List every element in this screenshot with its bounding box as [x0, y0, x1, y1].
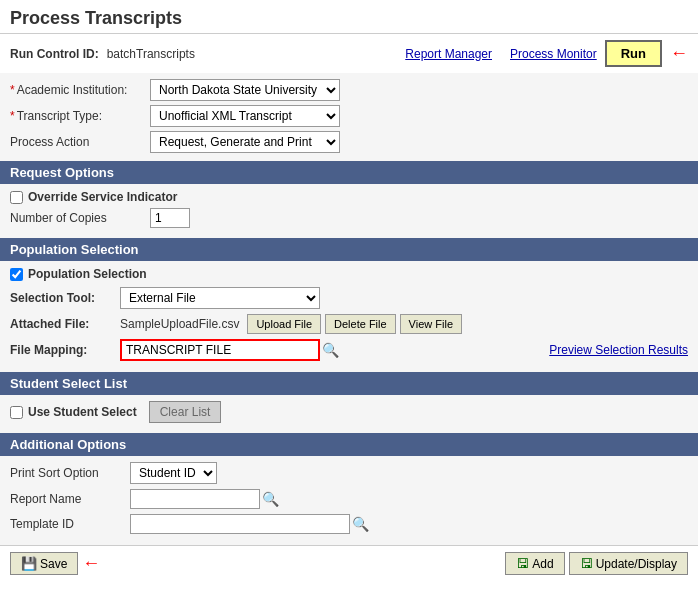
copies-input[interactable]	[150, 208, 190, 228]
attached-file-label: Attached File:	[10, 317, 120, 331]
attached-file-value: SampleUploadFile.csv	[120, 317, 239, 331]
preview-selection-link[interactable]: Preview Selection Results	[549, 343, 688, 357]
report-name-label: Report Name	[10, 492, 130, 506]
template-id-label: Template ID	[10, 517, 130, 531]
save-button[interactable]: 💾 Save	[10, 552, 78, 575]
selection-tool-label: Selection Tool:	[10, 291, 120, 305]
additional-options-header: Additional Options	[0, 433, 698, 456]
process-monitor-link[interactable]: Process Monitor	[510, 47, 597, 61]
process-action-label: Process Action	[10, 135, 150, 149]
save-label: Save	[40, 557, 67, 571]
add-label: Add	[532, 557, 553, 571]
run-arrow-icon: ←	[670, 43, 688, 64]
student-select-header: Student Select List	[0, 372, 698, 395]
run-button[interactable]: Run	[605, 40, 662, 67]
copies-label: Number of Copies	[10, 211, 150, 225]
template-id-input[interactable]	[130, 514, 350, 534]
run-control-label: Run Control ID:	[10, 47, 99, 61]
page-title: Process Transcripts	[10, 8, 688, 29]
override-service-label: Override Service Indicator	[28, 190, 177, 204]
report-manager-link[interactable]: Report Manager	[405, 47, 492, 61]
update-icon: 🖫	[580, 556, 593, 571]
run-control-value: batchTranscripts	[107, 47, 195, 61]
save-arrow-icon: ←	[82, 553, 100, 574]
update-label: Update/Display	[596, 557, 677, 571]
delete-file-button[interactable]: Delete File	[325, 314, 396, 334]
view-file-button[interactable]: View File	[400, 314, 462, 334]
print-sort-select[interactable]: Student ID	[130, 462, 217, 484]
academic-institution-select[interactable]: North Dakota State University	[150, 79, 340, 101]
template-id-search-icon[interactable]: 🔍	[350, 516, 371, 532]
process-action-select[interactable]: Request, Generate and Print	[150, 131, 340, 153]
update-display-button[interactable]: 🖫 Update/Display	[569, 552, 688, 575]
use-student-select-checkbox[interactable]	[10, 406, 23, 419]
transcript-type-label: Transcript Type:	[10, 109, 150, 123]
save-icon: 💾	[21, 556, 37, 571]
population-selection-header: Population Selection	[0, 238, 698, 261]
clear-list-button[interactable]: Clear List	[149, 401, 222, 423]
population-selection-checkbox[interactable]	[10, 268, 23, 281]
file-mapping-input[interactable]	[120, 339, 320, 361]
selection-tool-select[interactable]: External File	[120, 287, 320, 309]
print-sort-label: Print Sort Option	[10, 466, 130, 480]
file-mapping-search-icon[interactable]: 🔍	[320, 342, 341, 358]
override-service-checkbox[interactable]	[10, 191, 23, 204]
report-name-search-icon[interactable]: 🔍	[260, 491, 281, 507]
add-icon: 🖫	[516, 556, 529, 571]
academic-institution-label: Academic Institution:	[10, 83, 150, 97]
upload-file-button[interactable]: Upload File	[247, 314, 321, 334]
request-options-header: Request Options	[0, 161, 698, 184]
population-selection-label: Population Selection	[28, 267, 147, 281]
transcript-type-select[interactable]: Unofficial XML Transcript	[150, 105, 340, 127]
add-button[interactable]: 🖫 Add	[505, 552, 564, 575]
use-student-select-label: Use Student Select	[28, 405, 137, 419]
report-name-input[interactable]	[130, 489, 260, 509]
file-mapping-label: File Mapping:	[10, 343, 120, 357]
